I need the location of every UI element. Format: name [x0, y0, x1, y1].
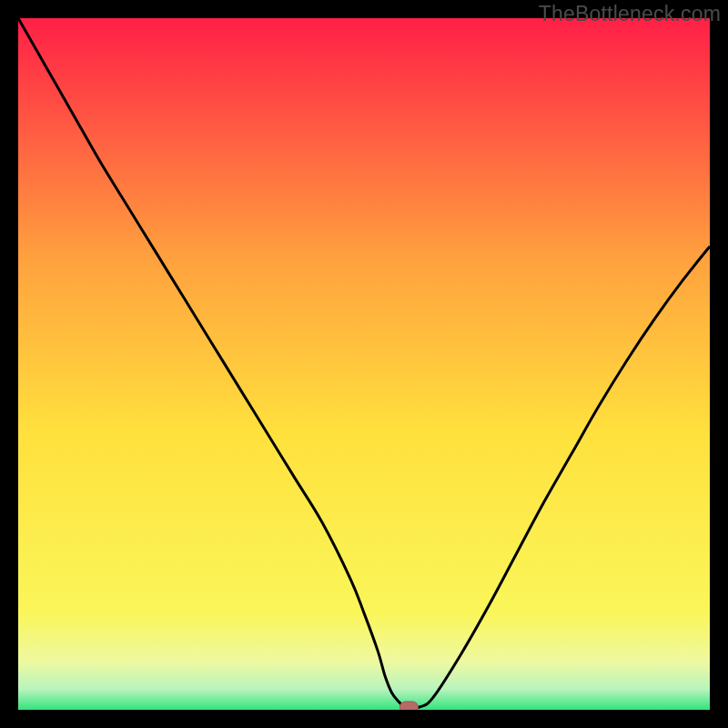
- plot-svg: [18, 18, 710, 710]
- chart-frame: TheBottleneck.com: [0, 0, 728, 728]
- watermark-text: TheBottleneck.com: [539, 2, 721, 26]
- minimum-marker: [399, 702, 418, 710]
- gradient-background: [18, 18, 710, 710]
- plot-area: [18, 18, 710, 710]
